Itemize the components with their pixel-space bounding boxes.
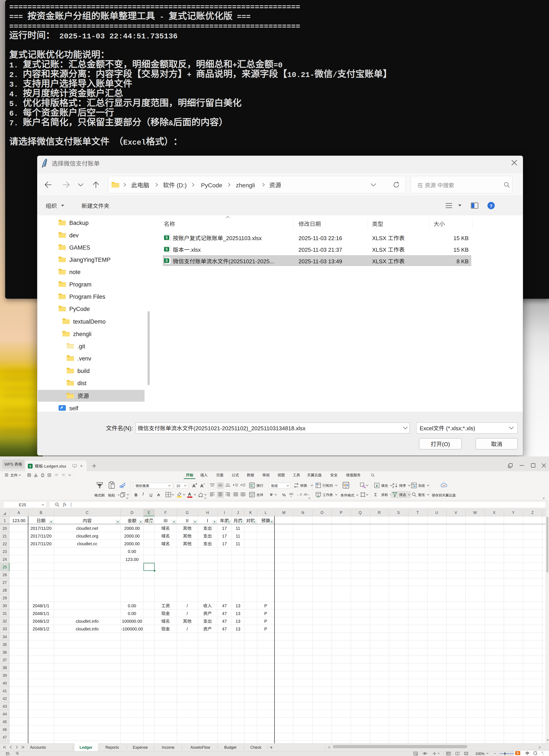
svg-text:S: S [29,465,31,468]
svg-text:S: S [517,751,519,755]
svg-text:S: S [166,236,168,239]
svg-text:S: S [166,259,168,262]
svg-text:A: A [392,483,394,486]
svg-text:S: S [166,247,168,251]
svg-text:Z: Z [392,486,394,488]
